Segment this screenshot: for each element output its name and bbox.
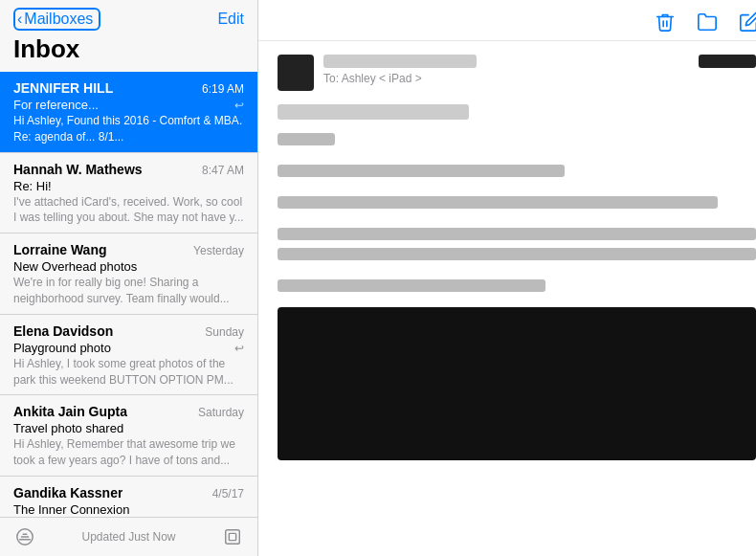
email-sender: Lorraine Wang [13,242,107,257]
email-list-item[interactable]: Gandika Kassner 4/5/17 The Inner Connexi… [0,477,257,517]
email-time: 4/5/17 [212,487,244,500]
email-to: To: Ashley < iPad > [323,72,689,85]
mailboxes-back-button[interactable]: ‹ Mailboxes [13,8,100,31]
filter-icon-button[interactable] [13,525,36,548]
email-image [278,307,756,460]
svg-rect-5 [229,533,235,540]
right-panel: To: Ashley < iPad > [258,0,756,556]
email-list-item[interactable]: JENNIFER HILL 6:19 AM For reference... ↩… [0,72,257,153]
email-from-redacted [323,55,477,68]
email-subject: Travel photo shared [13,421,123,435]
avatar [278,55,314,91]
mailboxes-label: Mailboxes [24,11,93,28]
edit-button[interactable]: Edit [217,11,244,28]
email-flag-icon: ↩ [234,99,244,112]
email-sender: Ankita Jain Gupta [13,404,127,419]
email-time: Saturday [198,406,244,419]
email-subject: The Inner Connexion [13,502,129,517]
email-list-item[interactable]: Elena Davidson Sunday Playground photo ↩… [0,315,257,396]
email-list: JENNIFER HILL 6:19 AM For reference... ↩… [0,72,257,517]
email-subject: Playground photo [13,341,111,355]
email-list-item[interactable]: Hannah W. Mathews 8:47 AM Re: Hi! I've a… [0,153,257,234]
body-line-4 [278,228,756,240]
body-line-3 [278,196,718,209]
email-subject-redacted [278,104,469,120]
email-subject: New Overhead photos [13,259,137,274]
email-subject: Re: Hi! [13,179,52,193]
email-time: Yesterday [193,244,244,257]
email-body [278,133,756,460]
compose-footer-button[interactable] [221,525,244,548]
body-line-1 [278,133,335,145]
email-subject: For reference... [13,98,99,112]
body-line-5 [278,248,756,260]
email-detail-header: To: Ashley < iPad > [278,55,756,91]
left-panel: ‹ Mailboxes Edit Inbox JENNIFER HILL 6:1… [0,0,258,556]
email-preview: I've attached iCard's, received. Work, s… [13,194,244,227]
email-sender: Hannah W. Mathews [13,162,143,177]
chevron-left-icon: ‹ [17,11,22,28]
footer-icons [13,525,36,548]
right-toolbar [258,0,756,41]
email-detail-meta: To: Ashley < iPad > [323,55,689,85]
email-preview: We're in for really big one! Sharing a n… [13,275,244,307]
email-preview: Hi Ashley, Found this 2016 - Comfort & M… [13,113,244,145]
left-header: ‹ Mailboxes Edit Inbox [0,0,257,72]
email-flag-icon: ↩ [234,342,244,355]
inbox-title: Inbox [13,33,244,68]
email-list-item[interactable]: Lorraine Wang Yesterday New Overhead pho… [0,234,257,315]
email-list-item[interactable]: Ankita Jain Gupta Saturday Travel photo … [0,395,257,477]
left-footer: Updated Just Now [0,517,257,556]
email-date-redacted [699,55,756,68]
body-line-greeting [278,165,565,177]
footer-status: Updated Just Now [36,530,221,544]
email-detail: To: Ashley < iPad > [258,41,756,556]
compose-button[interactable] [737,10,756,34]
mailboxes-nav: ‹ Mailboxes Edit [13,8,244,31]
app-container: ‹ Mailboxes Edit Inbox JENNIFER HILL 6:1… [0,0,756,556]
email-preview: Hi Ashley, I took some great photos of t… [13,356,244,389]
email-time: 8:47 AM [202,164,244,177]
email-sender: Elena Davidson [13,323,113,339]
svg-rect-4 [226,530,240,545]
trash-button[interactable] [653,10,678,34]
email-sender: Gandika Kassner [13,485,122,500]
email-preview: Hi Ashley, Remember that awesome trip we… [13,436,244,469]
email-sender: JENNIFER HILL [13,80,113,96]
body-line-6 [278,279,545,292]
email-time: Sunday [205,325,244,339]
folder-button[interactable] [695,10,720,34]
email-time: 6:19 AM [202,82,244,96]
